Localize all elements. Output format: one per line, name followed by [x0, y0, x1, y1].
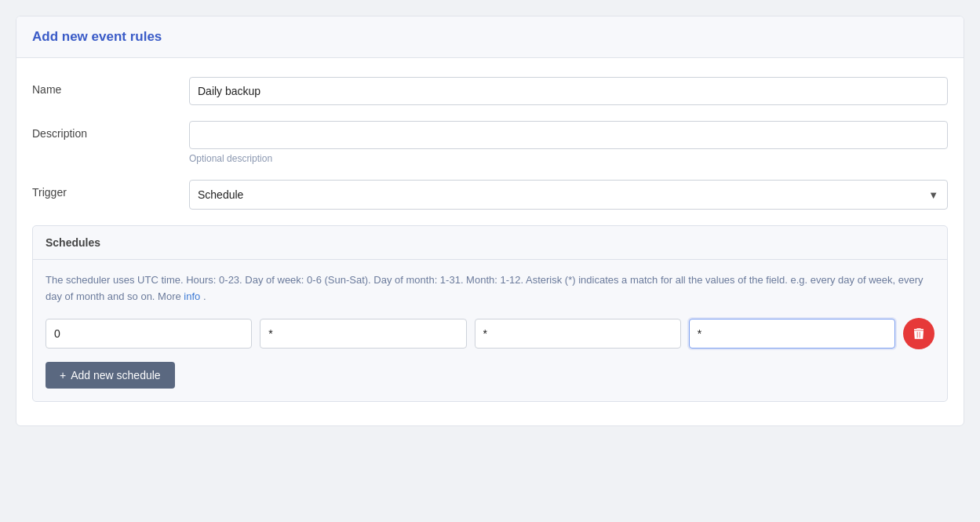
description-hint: Optional description: [189, 153, 948, 164]
schedule-month-input[interactable]: [689, 319, 895, 349]
schedules-header: Schedules: [33, 226, 947, 260]
schedules-info: The scheduler uses UTC time. Hours: 0-23…: [46, 272, 934, 305]
card-body: Name Description Optional description Tr…: [16, 58, 964, 425]
main-card: Add new event rules Name Description Opt…: [16, 16, 964, 426]
schedule-hours-input[interactable]: [46, 319, 252, 349]
trigger-select-wrap: Schedule Webhook Manual ▼: [189, 180, 948, 210]
description-label: Description: [32, 121, 189, 140]
schedule-dom-input[interactable]: [475, 319, 681, 349]
delete-schedule-button[interactable]: [903, 318, 934, 349]
trigger-row: Trigger Schedule Webhook Manual ▼: [32, 180, 948, 210]
schedule-row: [46, 318, 934, 349]
schedules-info-link[interactable]: info: [184, 290, 200, 302]
description-control-wrap: Optional description: [189, 121, 948, 164]
schedules-body: The scheduler uses UTC time. Hours: 0-23…: [33, 260, 947, 401]
schedules-info-text: The scheduler uses UTC time. Hours: 0-23…: [46, 274, 924, 302]
card-header: Add new event rules: [16, 16, 964, 58]
schedules-info-end: .: [203, 290, 206, 302]
name-input[interactable]: [189, 77, 948, 105]
page-title: Add new event rules: [32, 29, 162, 44]
schedules-title: Schedules: [46, 236, 100, 249]
add-schedule-plus-icon: +: [60, 369, 66, 381]
add-schedule-label: Add new schedule: [71, 369, 160, 381]
trigger-label: Trigger: [32, 180, 189, 199]
description-input[interactable]: [189, 121, 948, 149]
schedules-section: Schedules The scheduler uses UTC time. H…: [32, 225, 948, 402]
schedule-dow-input[interactable]: [260, 319, 466, 349]
trigger-select[interactable]: Schedule Webhook Manual: [189, 180, 948, 210]
add-schedule-button[interactable]: + Add new schedule: [46, 362, 175, 389]
name-row: Name: [32, 77, 948, 105]
trigger-control-wrap: Schedule Webhook Manual ▼: [189, 180, 948, 210]
name-control-wrap: [189, 77, 948, 105]
trash-icon: [912, 327, 926, 341]
name-label: Name: [32, 77, 189, 96]
description-row: Description Optional description: [32, 121, 948, 164]
